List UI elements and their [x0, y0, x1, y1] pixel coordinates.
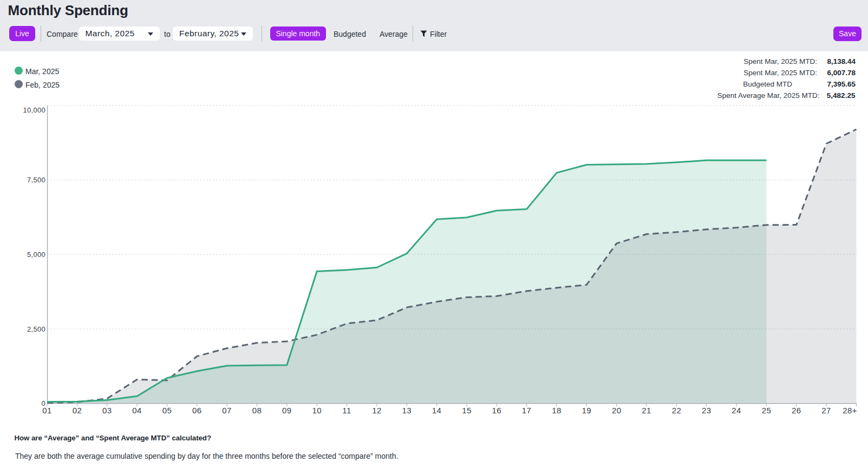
svg-text:06: 06 [192, 406, 202, 415]
svg-text:08: 08 [252, 406, 262, 415]
svg-text:21: 21 [642, 406, 651, 415]
svg-text:03: 03 [102, 406, 112, 415]
svg-text:2,500: 2,500 [27, 325, 45, 333]
svg-text:14: 14 [432, 406, 442, 415]
svg-text:28+: 28+ [843, 406, 857, 415]
svg-text:7,500: 7,500 [27, 176, 45, 184]
svg-text:0: 0 [41, 399, 45, 407]
svg-text:04: 04 [132, 406, 142, 415]
svg-text:10: 10 [312, 406, 322, 415]
svg-text:17: 17 [522, 406, 532, 415]
svg-text:05: 05 [162, 406, 172, 415]
svg-text:22: 22 [672, 406, 682, 415]
svg-text:5,000: 5,000 [27, 250, 45, 259]
svg-text:12: 12 [372, 406, 382, 415]
svg-text:11: 11 [342, 406, 351, 415]
svg-text:07: 07 [222, 406, 232, 415]
svg-text:20: 20 [612, 406, 622, 415]
svg-text:23: 23 [702, 406, 712, 415]
svg-text:25: 25 [762, 406, 772, 415]
svg-text:16: 16 [492, 406, 502, 415]
svg-text:13: 13 [402, 406, 412, 415]
svg-text:02: 02 [73, 406, 82, 415]
svg-text:27: 27 [821, 406, 831, 415]
svg-text:15: 15 [462, 406, 472, 415]
svg-text:19: 19 [582, 406, 592, 415]
svg-text:26: 26 [792, 406, 801, 415]
svg-text:24: 24 [732, 406, 741, 415]
svg-text:09: 09 [282, 406, 292, 415]
svg-text:18: 18 [552, 406, 562, 415]
svg-text:10,000: 10,000 [23, 106, 45, 114]
